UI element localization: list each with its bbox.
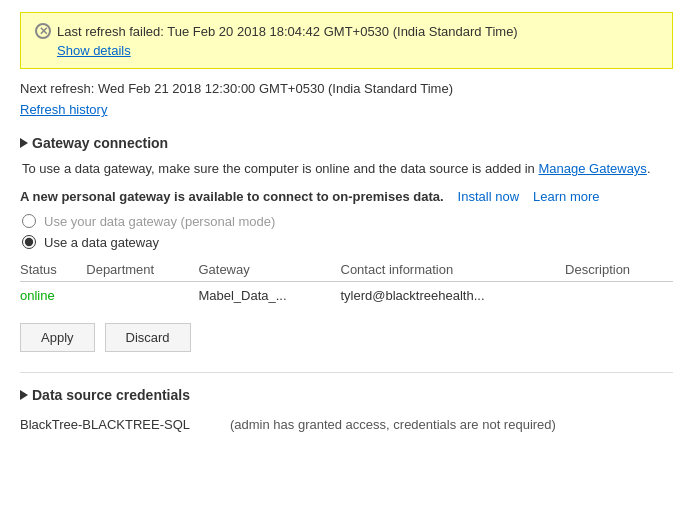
alert-message: Last refresh failed: Tue Feb 20 2018 18:…: [57, 24, 518, 39]
col-status: Status: [20, 258, 86, 282]
gateway-table: Status Department Gateway Contact inform…: [20, 258, 673, 309]
learn-more-link[interactable]: Learn more: [533, 189, 599, 204]
radio-personal-label: Use your data gateway (personal mode): [44, 214, 275, 229]
col-gateway: Gateway: [198, 258, 340, 282]
cell-contact: tylerd@blacktreehealth...: [341, 281, 566, 309]
gateway-section-title: Gateway connection: [32, 135, 168, 151]
gateway-desc-part2: .: [647, 161, 651, 176]
radio-personal-option[interactable]: Use your data gateway (personal mode): [20, 214, 673, 229]
cell-gateway: Mabel_Data_...: [198, 281, 340, 309]
cell-description: [565, 281, 673, 309]
table-row: online Mabel_Data_... tylerd@blacktreehe…: [20, 281, 673, 309]
radio-gateway-option[interactable]: Use a data gateway: [20, 235, 673, 250]
refresh-history-link[interactable]: Refresh history: [20, 102, 107, 117]
col-department: Department: [86, 258, 198, 282]
datasource-info: (admin has granted access, credentials a…: [230, 417, 556, 432]
data-source-title: Data source credentials: [32, 387, 190, 403]
data-source-header: Data source credentials: [20, 387, 673, 403]
alert-icon: ✕: [35, 23, 51, 39]
gateway-promo-text: A new personal gateway is available to c…: [20, 189, 444, 204]
cell-status: online: [20, 281, 86, 309]
gateway-section: Gateway connection To use a data gateway…: [20, 135, 673, 352]
data-source-items: BlackTree-BLACKTREE-SQL (admin has grant…: [20, 411, 673, 438]
discard-button[interactable]: Discard: [105, 323, 191, 352]
datasource-name: BlackTree-BLACKTREE-SQL: [20, 417, 220, 432]
apply-button[interactable]: Apply: [20, 323, 95, 352]
table-header-row: Status Department Gateway Contact inform…: [20, 258, 673, 282]
install-now-link[interactable]: Install now: [458, 189, 519, 204]
show-details-link[interactable]: Show details: [57, 43, 658, 58]
gateway-description: To use a data gateway, make sure the com…: [20, 159, 673, 179]
col-description: Description: [565, 258, 673, 282]
radio-gateway-input[interactable]: [22, 235, 36, 249]
manage-gateways-link[interactable]: Manage Gateways: [538, 161, 646, 176]
list-item: BlackTree-BLACKTREE-SQL (admin has grant…: [20, 411, 673, 438]
data-source-collapse-icon[interactable]: [20, 390, 28, 400]
section-divider: [20, 372, 673, 373]
next-refresh-text: Next refresh: Wed Feb 21 2018 12:30:00 G…: [20, 81, 673, 96]
gateway-promo-row: A new personal gateway is available to c…: [20, 189, 673, 204]
cell-department: [86, 281, 198, 309]
data-source-section: Data source credentials BlackTree-BLACKT…: [20, 387, 673, 438]
alert-banner: ✕ Last refresh failed: Tue Feb 20 2018 1…: [20, 12, 673, 69]
alert-row: ✕ Last refresh failed: Tue Feb 20 2018 1…: [35, 23, 658, 39]
gateway-buttons-row: Apply Discard: [20, 323, 673, 352]
col-contact: Contact information: [341, 258, 566, 282]
gateway-desc-part1: To use a data gateway, make sure the com…: [22, 161, 538, 176]
radio-gateway-label: Use a data gateway: [44, 235, 159, 250]
collapse-icon[interactable]: [20, 138, 28, 148]
gateway-section-header: Gateway connection: [20, 135, 673, 151]
radio-personal-input[interactable]: [22, 214, 36, 228]
